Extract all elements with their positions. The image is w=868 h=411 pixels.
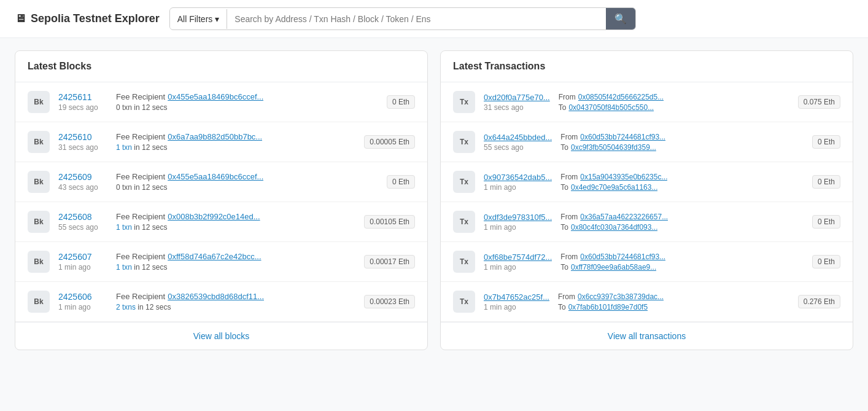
tx-time: 31 secs ago (484, 103, 550, 112)
to-label: To (559, 103, 567, 112)
fee-recipient-addr[interactable]: 0x455e5aa18469bc6ccef... (168, 172, 263, 181)
search-input[interactable] (227, 9, 605, 29)
block-number[interactable]: 2425610 (58, 132, 107, 142)
latest-transactions-panel: Latest Transactions Tx 0xd20f0a775e70...… (440, 50, 853, 350)
tx-meta: 0xdf3de978310f5... 1 min ago (484, 213, 552, 232)
tx-addresses: From 0x08505f42d5666225d5... To 0x043705… (559, 93, 789, 112)
block-number[interactable]: 2425607 (58, 252, 107, 262)
block-time: 19 secs ago (58, 103, 107, 112)
block-details: Fee Recipient 0xff58d746a67c2e42bcc... 1… (116, 252, 355, 272)
tx-time: 55 secs ago (484, 143, 552, 152)
txn-link[interactable]: 1 txn (116, 263, 132, 272)
from-addr[interactable]: 0x60d53bb7244681cf93... (580, 252, 665, 261)
tx-hash-link[interactable]: 0x90736542dab5... (484, 173, 552, 182)
block-number[interactable]: 2425611 (58, 92, 107, 102)
chevron-down-icon: ▾ (215, 14, 219, 24)
fee-recipient-addr[interactable]: 0x455e5aa18469bc6ccef... (168, 92, 263, 101)
fee-recipient-addr[interactable]: 0x008b3b2f992c0e14ed... (168, 212, 260, 221)
tx-eth-value: 0.075 Eth (798, 95, 840, 109)
from-addr[interactable]: 0x08505f42d5666225d5... (578, 93, 664, 101)
transaction-list-item: Tx 0x644a245bbded... 55 secs ago From 0x… (441, 122, 853, 162)
to-addr[interactable]: 0x80c4fc030a7364df093... (571, 223, 657, 232)
tx-eth-value: 0 Eth (812, 255, 840, 268)
tx-badge: Tx (453, 211, 475, 233)
block-badge: Bk (28, 251, 50, 273)
from-addr[interactable]: 0x36a57aa46223226657... (580, 213, 668, 221)
block-list-item: Bk 2425611 19 secs ago Fee Recipient 0x4… (15, 82, 427, 122)
to-label: To (560, 183, 568, 192)
tx-addresses: From 0x6cc9397c3b38739dac... To 0x7fab6b… (558, 292, 789, 311)
from-addr[interactable]: 0x6cc9397c3b38739dac... (578, 292, 664, 301)
block-meta: 2425609 43 secs ago (58, 172, 107, 192)
transaction-list-item: Tx 0xd20f0a775e70... 31 secs ago From 0x… (441, 82, 853, 122)
from-label: From (558, 292, 575, 301)
tx-to-row: To 0x7fab6b101fd89e7d0f5 (558, 303, 789, 311)
tx-from-row: From 0x15a9043935e0b6235c... (560, 173, 804, 181)
to-addr[interactable]: 0x0437050f84b505c550... (568, 103, 654, 112)
block-badge: Bk (28, 171, 50, 193)
transaction-list-item: Tx 0x7b47652ac25f... 1 min ago From 0x6c… (441, 282, 853, 322)
tx-time: 1 min ago (484, 303, 549, 311)
search-bar: All Filters ▾ 🔍 (169, 7, 636, 30)
tx-addresses: From 0x36a57aa46223226657... To 0x80c4fc… (560, 213, 804, 232)
tx-hash-link[interactable]: 0xd20f0a775e70... (484, 93, 550, 102)
tx-hash-link[interactable]: 0x644a245bbded... (484, 133, 552, 142)
tx-hash-link[interactable]: 0xf68be7574df72... (484, 252, 552, 262)
tx-hash-link[interactable]: 0x7b47652ac25f... (484, 292, 549, 302)
eth-value-badge: 0 Eth (387, 175, 415, 189)
from-label: From (559, 93, 576, 101)
block-number[interactable]: 2425608 (58, 212, 107, 222)
to-label: To (560, 263, 568, 272)
from-addr[interactable]: 0x60d53bb7244681cf93... (580, 133, 665, 141)
block-number[interactable]: 2425609 (58, 172, 107, 182)
tx-hash-link[interactable]: 0xdf3de978310f5... (484, 213, 552, 222)
tx-to-row: To 0x80c4fc030a7364df093... (560, 223, 804, 232)
transaction-list-item: Tx 0xf68be7574df72... 1 min ago From 0x6… (441, 242, 853, 282)
fee-recipient-addr[interactable]: 0xff58d746a67c2e42bcc... (168, 252, 261, 261)
blocks-panel-title: Latest Blocks (28, 61, 91, 71)
tx-to-row: To 0x0437050f84b505c550... (559, 103, 789, 112)
fee-recipient-label: Fee Recipient (116, 132, 165, 141)
tx-from-row: From 0x6cc9397c3b38739dac... (558, 292, 789, 301)
txn-link[interactable]: 1 txn (116, 143, 132, 152)
filter-button[interactable]: All Filters ▾ (170, 9, 228, 29)
block-list-item: Bk 2425606 1 min ago Fee Recipient 0x382… (15, 282, 427, 322)
tx-eth-value: 0 Eth (812, 135, 840, 149)
blocks-panel-footer: View all blocks (15, 322, 427, 350)
block-meta: 2425611 19 secs ago (58, 92, 107, 112)
blocks-panel-header: Latest Blocks (15, 51, 427, 82)
tx-badge: Tx (453, 171, 475, 193)
txn-info: 1 txn in 12 secs (116, 263, 355, 272)
eth-value-badge: 0.00005 Eth (364, 135, 415, 149)
txn-link[interactable]: 2 txns (116, 303, 136, 311)
block-meta: 2425610 31 secs ago (58, 132, 107, 152)
fee-recipient-row: Fee Recipient 0x455e5aa18469bc6ccef... (116, 172, 378, 181)
to-label: To (558, 303, 566, 311)
search-button[interactable]: 🔍 (606, 8, 635, 29)
fee-recipient-addr[interactable]: 0x6a7aa9b882d50bb7bc... (168, 132, 262, 141)
transaction-list-item: Tx 0xdf3de978310f5... 1 min ago From 0x3… (441, 202, 853, 242)
filter-label: All Filters (177, 14, 213, 24)
to-addr[interactable]: 0x4ed9c70e9a5c6a1163... (571, 183, 657, 192)
txn-link[interactable]: 1 txn (116, 223, 132, 232)
block-time: 31 secs ago (58, 143, 107, 152)
block-meta: 2425608 55 secs ago (58, 212, 107, 232)
search-icon: 🔍 (614, 14, 627, 24)
from-label: From (560, 252, 578, 261)
eth-value-badge: 0 Eth (387, 95, 415, 109)
from-addr[interactable]: 0x15a9043935e0b6235c... (580, 173, 667, 181)
fee-recipient-addr[interactable]: 0x3826539cbd8d68dcf11... (168, 292, 264, 301)
tx-addresses: From 0x60d53bb7244681cf93... To 0xff78f0… (560, 252, 804, 272)
to-addr[interactable]: 0xc9f3fb50504639fd359... (571, 143, 656, 152)
logo-icon: 🖥 (15, 12, 26, 25)
to-addr[interactable]: 0xff78f09ee9a6ab58ae9... (571, 263, 656, 272)
txn-info: 0 txn in 12 secs (116, 103, 378, 112)
view-all-transactions-link[interactable]: View all transactions (608, 331, 686, 341)
from-label: From (560, 213, 578, 221)
block-number[interactable]: 2425606 (58, 292, 107, 302)
txn-info: 1 txn in 12 secs (116, 143, 355, 152)
view-all-blocks-link[interactable]: View all blocks (193, 331, 250, 341)
to-addr[interactable]: 0x7fab6b101fd89e7d0f5 (568, 303, 648, 311)
eth-value-badge: 0.00017 Eth (364, 255, 415, 268)
app-header: 🖥 Sepolia Testnet Explorer All Filters ▾… (0, 0, 868, 38)
